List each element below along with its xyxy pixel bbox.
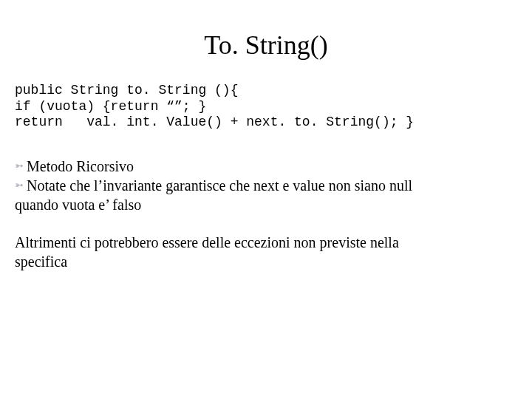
bullet-text-2a: Notate che l’invariante garantisce che n… xyxy=(27,176,412,195)
code-line-1: public String to. String (){ xyxy=(15,83,238,98)
code-line-3: return val. int. Value() + next. to. Str… xyxy=(15,115,414,129)
paragraph-line-1: Altrimenti ci potrebbero essere delle ec… xyxy=(15,233,517,252)
bullet-icon: ➳ xyxy=(15,160,24,173)
page-title: To. String() xyxy=(15,30,517,61)
paragraph-line-2: specifica xyxy=(15,252,517,271)
bullet-text-1: Metodo Ricorsivo xyxy=(27,157,134,176)
code-line-2: if (vuota) {return “”; } xyxy=(15,99,206,114)
bullet-item-1: ➳ Metodo Ricorsivo xyxy=(15,157,517,176)
bullet-text-2b: quando vuota e’ falso xyxy=(15,195,517,214)
bullet-icon: ➳ xyxy=(15,179,24,192)
paragraph: Altrimenti ci potrebbero essere delle ec… xyxy=(15,233,517,271)
bullet-item-2: ➳ Notate che l’invariante garantisce che… xyxy=(15,176,517,195)
code-block: public String to. String (){ if (vuota) … xyxy=(15,83,517,131)
bullet-section: ➳ Metodo Ricorsivo ➳ Notate che l’invari… xyxy=(15,157,517,214)
